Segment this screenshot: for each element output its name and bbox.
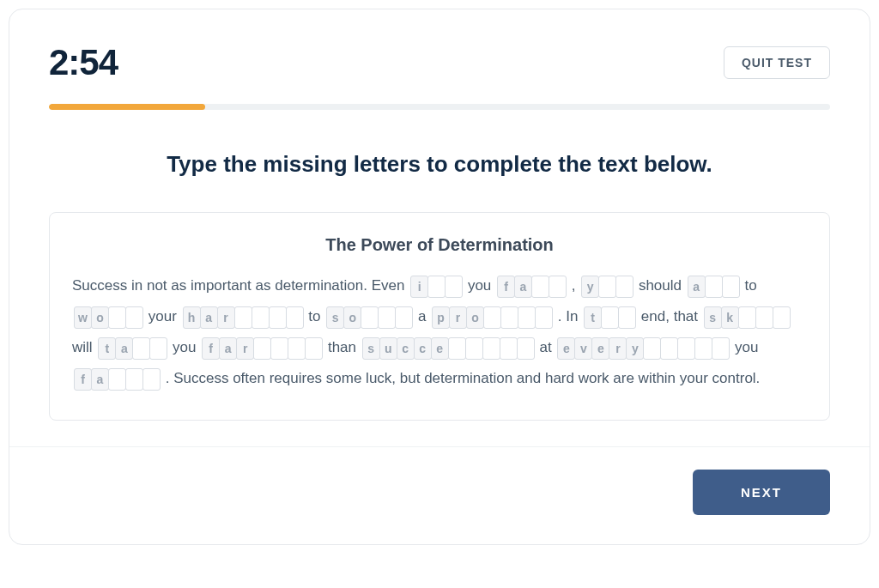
letter-cell[interactable] bbox=[253, 337, 271, 360]
letter-cell[interactable]: o bbox=[343, 306, 361, 329]
letter-cell[interactable]: e bbox=[557, 337, 575, 360]
letter-cell[interactable] bbox=[125, 368, 143, 391]
letter-cell[interactable] bbox=[269, 306, 287, 329]
letter-cell[interactable]: c bbox=[397, 337, 415, 360]
letter-cell[interactable]: k bbox=[721, 306, 739, 329]
letter-cell[interactable] bbox=[286, 306, 304, 329]
letter-cell[interactable] bbox=[108, 306, 126, 329]
letter-cell[interactable]: u bbox=[379, 337, 397, 360]
letter-cell[interactable] bbox=[618, 306, 636, 329]
letter-cell[interactable] bbox=[722, 276, 740, 298]
letter-cell[interactable]: o bbox=[466, 306, 484, 329]
letter-cell[interactable] bbox=[500, 306, 518, 329]
letter-cell[interactable] bbox=[132, 337, 150, 360]
letter-cell[interactable]: r bbox=[609, 337, 627, 360]
word-input[interactable]: succe bbox=[362, 337, 534, 360]
letter-cell[interactable] bbox=[615, 276, 633, 298]
letter-cell[interactable]: h bbox=[183, 306, 201, 329]
word-input[interactable]: y bbox=[581, 276, 633, 298]
letter-cell[interactable] bbox=[448, 337, 466, 360]
letter-cell[interactable]: p bbox=[432, 306, 450, 329]
letter-cell[interactable] bbox=[483, 306, 501, 329]
letter-cell[interactable]: t bbox=[584, 306, 602, 329]
word-input[interactable]: far bbox=[202, 337, 322, 360]
letter-cell[interactable] bbox=[518, 306, 536, 329]
letter-cell[interactable]: y bbox=[626, 337, 644, 360]
word-input[interactable]: a bbox=[688, 276, 739, 298]
letter-cell[interactable]: w bbox=[74, 306, 92, 329]
letter-cell[interactable] bbox=[395, 306, 413, 329]
next-button[interactable]: NEXT bbox=[693, 470, 830, 515]
letter-cell[interactable] bbox=[465, 337, 483, 360]
letter-cell[interactable] bbox=[601, 306, 619, 329]
word-input[interactable]: i bbox=[410, 276, 462, 298]
word-input[interactable]: t bbox=[584, 306, 635, 329]
letter-cell[interactable]: a bbox=[91, 368, 109, 391]
letter-cell[interactable] bbox=[125, 306, 143, 329]
letter-cell[interactable] bbox=[482, 337, 500, 360]
letter-cell[interactable]: r bbox=[217, 306, 235, 329]
word-input[interactable]: ta bbox=[98, 337, 167, 360]
letter-cell[interactable] bbox=[378, 306, 396, 329]
letter-cell[interactable] bbox=[234, 306, 252, 329]
letter-cell[interactable]: a bbox=[219, 337, 237, 360]
letter-cell[interactable] bbox=[305, 337, 323, 360]
letter-cell[interactable] bbox=[535, 306, 553, 329]
word-input[interactable]: sk bbox=[704, 306, 790, 329]
letter-cell[interactable] bbox=[643, 337, 661, 360]
letter-cell[interactable]: i bbox=[410, 276, 428, 298]
letter-cell[interactable] bbox=[142, 368, 161, 391]
letter-cell[interactable] bbox=[531, 276, 549, 298]
letter-cell[interactable] bbox=[445, 276, 463, 298]
letter-cell[interactable]: s bbox=[326, 306, 344, 329]
letter-cell[interactable] bbox=[598, 276, 616, 298]
letter-cell[interactable] bbox=[149, 337, 167, 360]
letter-cell[interactable] bbox=[694, 337, 712, 360]
letter-cell[interactable] bbox=[252, 306, 270, 329]
letter-cell[interactable]: r bbox=[449, 306, 467, 329]
letter-cell[interactable]: c bbox=[414, 337, 432, 360]
letter-cell[interactable] bbox=[705, 276, 723, 298]
letter-cell[interactable]: r bbox=[236, 337, 254, 360]
letter-cell[interactable]: o bbox=[91, 306, 109, 329]
letter-cell[interactable] bbox=[712, 337, 730, 360]
letter-cell[interactable]: v bbox=[574, 337, 592, 360]
letter-cell[interactable]: y bbox=[581, 276, 599, 298]
letter-cell[interactable] bbox=[427, 276, 446, 298]
letter-cell[interactable]: s bbox=[362, 337, 380, 360]
word-input[interactable]: fa bbox=[497, 276, 566, 298]
letter-cell[interactable]: f bbox=[74, 368, 92, 391]
letter-cell[interactable] bbox=[517, 337, 535, 360]
letter-cell[interactable] bbox=[738, 306, 756, 329]
word-input[interactable]: every bbox=[557, 337, 729, 360]
letter-cell[interactable] bbox=[773, 306, 791, 329]
word-input[interactable]: fa bbox=[74, 368, 160, 391]
letter-cell[interactable] bbox=[361, 306, 379, 329]
letter-cell[interactable]: t bbox=[98, 337, 116, 360]
letter-cell[interactable]: a bbox=[514, 276, 532, 298]
letter-cell[interactable]: e bbox=[431, 337, 449, 360]
word-input[interactable]: pro bbox=[432, 306, 552, 329]
letter-hint: o bbox=[471, 302, 479, 333]
letter-cell[interactable]: a bbox=[200, 306, 218, 329]
letter-cell[interactable]: a bbox=[115, 337, 133, 360]
letter-cell[interactable] bbox=[549, 276, 567, 298]
letter-cell[interactable] bbox=[660, 337, 678, 360]
word-input[interactable]: so bbox=[326, 306, 412, 329]
letter-cell[interactable]: e bbox=[591, 337, 609, 360]
word-input[interactable]: har bbox=[183, 306, 303, 329]
letter-cell[interactable]: a bbox=[688, 276, 706, 298]
word-input[interactable]: wo bbox=[74, 306, 142, 329]
letter-cell[interactable]: f bbox=[202, 337, 220, 360]
letter-cell[interactable] bbox=[270, 337, 288, 360]
letter-cell[interactable] bbox=[500, 337, 518, 360]
letter-hint: i bbox=[418, 271, 421, 302]
letter-cell[interactable] bbox=[677, 337, 695, 360]
letter-cell[interactable]: f bbox=[497, 276, 515, 298]
quit-button[interactable]: QUIT TEST bbox=[724, 46, 830, 79]
letter-cell[interactable] bbox=[755, 306, 773, 329]
letter-hint: t bbox=[106, 333, 110, 364]
letter-cell[interactable] bbox=[288, 337, 306, 360]
letter-cell[interactable] bbox=[108, 368, 126, 391]
letter-cell[interactable]: s bbox=[704, 306, 722, 329]
